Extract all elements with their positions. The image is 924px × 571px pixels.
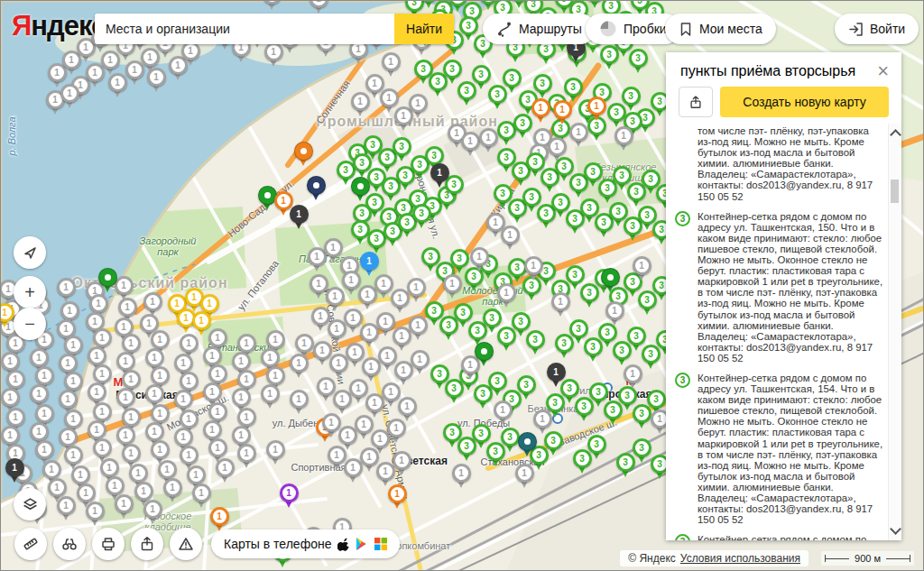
map-pin[interactable]: 3 xyxy=(524,330,546,355)
map-pin[interactable]: 1 xyxy=(468,247,490,272)
scroll-up-icon[interactable] xyxy=(890,129,901,141)
map-pin[interactable] xyxy=(473,342,494,366)
map-pin[interactable]: 1 xyxy=(450,464,472,488)
map-pin[interactable]: 1 xyxy=(530,98,551,123)
map-pin[interactable] xyxy=(349,177,371,201)
map-pin[interactable]: 3 xyxy=(562,78,584,102)
map-pin[interactable] xyxy=(97,268,118,292)
map-pin[interactable]: 1 xyxy=(551,100,573,124)
panel-item-list[interactable]: том числе пэт- плёнку, пэт-упаковка из-п… xyxy=(666,124,889,540)
panel-list-item[interactable]: том числе пэт- плёнку, пэт-упаковка из-п… xyxy=(666,125,889,202)
map-pin[interactable]: 1 xyxy=(391,451,412,475)
map-pin[interactable]: 1 xyxy=(55,278,77,302)
map-pin[interactable]: 1 xyxy=(288,390,310,414)
panel-list-item[interactable]: 3Контейнер-сетка рядом с домом по адресу… xyxy=(666,534,889,540)
map-pin[interactable]: 1 xyxy=(142,292,163,317)
map-pin[interactable] xyxy=(516,432,538,456)
map-pin[interactable]: 1 xyxy=(441,274,463,299)
report-error-button[interactable] xyxy=(170,528,202,560)
map-pin[interactable]: 1 xyxy=(259,384,281,409)
map-pin[interactable]: 1 xyxy=(385,419,407,443)
map-pin[interactable]: 1 xyxy=(261,0,282,10)
map-pin[interactable]: 1 xyxy=(429,163,450,188)
map-pin[interactable]: 1 xyxy=(278,484,300,508)
map-pin[interactable]: 1 xyxy=(513,464,535,488)
map-pin[interactable]: 1 xyxy=(495,283,517,308)
my-places-button[interactable]: Мои места xyxy=(665,14,776,44)
scroll-down-icon[interactable] xyxy=(890,523,901,535)
map-pin[interactable]: 3 xyxy=(620,87,642,111)
map-pin[interactable]: 1 xyxy=(531,410,553,434)
login-button[interactable]: Войти xyxy=(835,14,919,44)
map-pin[interactable] xyxy=(305,176,327,200)
map-pin[interactable]: 1 xyxy=(396,397,418,421)
ruler-button[interactable] xyxy=(14,528,47,560)
map-pin[interactable]: 1 xyxy=(145,68,167,92)
map-pin[interactable]: 1 xyxy=(613,126,634,151)
map-pin[interactable]: 1 xyxy=(288,205,310,229)
export-button[interactable] xyxy=(679,87,713,117)
panel-list-item[interactable]: 3Контейнер-сетка рядом с домом по адресу… xyxy=(666,211,889,364)
map-pin[interactable]: 1 xyxy=(59,84,80,108)
panel-list-item[interactable]: 3Контейнер-сетка рядом с домом по адресу… xyxy=(666,373,889,525)
map-pin[interactable]: 1 xyxy=(407,94,429,118)
map-pin[interactable]: 1 xyxy=(113,494,134,519)
map-pin[interactable]: 1 xyxy=(236,444,257,468)
map-pin[interactable]: 1 xyxy=(550,292,571,317)
map-pin[interactable]: 1 xyxy=(308,0,329,14)
map-pin[interactable]: 1 xyxy=(386,484,408,509)
map-pin[interactable]: 1 xyxy=(142,500,163,524)
map-pin[interactable]: 1 xyxy=(4,458,25,483)
terms-link[interactable]: Условия использования xyxy=(680,552,800,565)
map-pin[interactable] xyxy=(599,268,621,292)
close-icon[interactable]: × xyxy=(877,63,889,79)
map-pin[interactable]: 1 xyxy=(208,507,230,531)
map-pin[interactable]: 3 xyxy=(542,431,564,456)
map-pin[interactable]: 1 xyxy=(622,364,643,389)
map-pin[interactable]: 1 xyxy=(568,123,589,147)
share-map-button[interactable] xyxy=(131,528,163,560)
map-pin[interactable]: 1 xyxy=(499,226,521,250)
map-pin[interactable]: 1 xyxy=(162,478,183,502)
search-input[interactable] xyxy=(95,14,394,44)
zoom-out-button[interactable]: − xyxy=(14,308,46,340)
map-pin[interactable]: 3 xyxy=(441,60,463,84)
map-pin[interactable]: 3 xyxy=(515,375,537,400)
map-pin[interactable]: 1 xyxy=(405,278,427,302)
map-pin[interactable]: 3 xyxy=(501,69,522,93)
search-button[interactable]: Найти xyxy=(394,14,454,44)
search-area-button[interactable] xyxy=(53,528,86,560)
map-pin[interactable]: 1 xyxy=(190,484,212,508)
routes-button[interactable]: Маршруты xyxy=(483,14,596,44)
mobile-apps-button[interactable]: Карты в телефоне xyxy=(211,530,400,558)
create-map-button[interactable]: Создать новую карту xyxy=(720,87,889,117)
map-pin[interactable]: 1 xyxy=(180,41,201,66)
map-pin[interactable]: 1 xyxy=(586,97,607,121)
map-pin[interactable]: 1 xyxy=(631,256,652,281)
map-pin[interactable]: 1 xyxy=(214,458,236,483)
map-pin[interactable]: 1 xyxy=(380,52,402,77)
panel-scrollbar[interactable] xyxy=(888,124,901,540)
zoom-in-button[interactable]: + xyxy=(14,276,46,309)
scroll-thumb[interactable] xyxy=(891,180,899,203)
map-pin[interactable]: 1 xyxy=(492,401,513,425)
map-pin[interactable]: 1 xyxy=(604,301,625,326)
yandex-logo[interactable]: Яндекс xyxy=(12,10,106,42)
map-pin[interactable]: 1 xyxy=(522,256,544,281)
map-pin[interactable] xyxy=(292,142,314,166)
map-pin[interactable]: 1 xyxy=(407,316,429,340)
map-pin[interactable]: 1 xyxy=(84,502,106,526)
map-pin[interactable]: 1 xyxy=(288,354,310,378)
map-pin[interactable]: 3 xyxy=(586,435,607,459)
map-pin[interactable]: 1 xyxy=(55,496,77,520)
geolocation-button[interactable] xyxy=(14,236,46,269)
map-pin[interactable]: 1 xyxy=(545,363,567,387)
map-pin[interactable]: 1 xyxy=(190,311,212,336)
map-pin[interactable]: 3 xyxy=(411,204,432,228)
print-button[interactable] xyxy=(92,528,125,560)
map-pin[interactable]: 1 xyxy=(264,440,286,465)
map-pin[interactable]: 3 xyxy=(627,49,649,73)
map-pin[interactable]: 1 xyxy=(409,350,430,374)
layers-button[interactable] xyxy=(14,488,46,520)
map-pin[interactable]: 1 xyxy=(349,92,371,116)
